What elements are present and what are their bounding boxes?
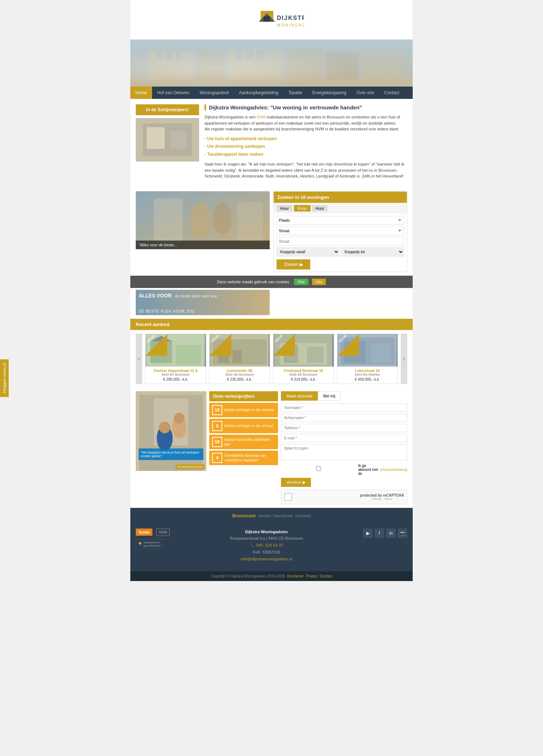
disclaimer-link[interactable]: Disclaimer: [287, 574, 304, 578]
property-card-4[interactable]: NIEUW Lokerstraat 16 6413 EN Heerlen € 4…: [337, 334, 398, 384]
plaats-select[interactable]: Plaats: [277, 216, 404, 225]
properties-row: ‹ NIEUW Pastoor Hagenstraat 12 A 6442 BV…: [130, 330, 413, 388]
prop-info-1: Pastoor Hagenstraat 12 A 6442 BV Brunssu…: [146, 367, 206, 384]
verstuur-button[interactable]: Verstuur ▶: [281, 478, 311, 487]
main-content: In de Schijnwerpers! Dijkstra Woningadvi…: [130, 99, 413, 188]
straat-select[interactable]: Straat: [277, 226, 404, 235]
nvm-badge: NVM: [156, 529, 170, 536]
prop-image-2: NIEUW: [210, 334, 270, 367]
bottom-section: "We begrijpen dat je je huis wil verkope…: [130, 388, 413, 508]
footer: funda NVM 🏆 vastgoedcertgecertificeerd D…: [130, 523, 413, 571]
svg-point-28: [214, 202, 232, 235]
koopprijs-van-select[interactable]: Koopprijs vanaf: [277, 247, 340, 256]
city-schinveld-link[interactable]: Schinveld: [295, 514, 311, 518]
search-arrow-icon: ▶: [300, 262, 303, 267]
footer-left: funda NVM 🏆 vastgoedcertgecertificeerd: [136, 529, 170, 549]
telefoon-input[interactable]: [281, 424, 407, 432]
footer-phone-link[interactable]: 045- 528 54 33: [256, 543, 283, 547]
nieuw-badge-2: NIEUW: [210, 334, 231, 356]
nvm-link[interactable]: NVM: [257, 115, 265, 119]
funda-badge: funda: [136, 529, 152, 536]
svg-rect-6: [148, 47, 192, 79]
achternaam-input[interactable]: [281, 414, 407, 422]
prop-price-1: € 295.000,- k.k.: [148, 377, 204, 381]
city-brunssum[interactable]: Brunssum: [232, 513, 256, 518]
footer-linkedin-icon[interactable]: in: [386, 529, 396, 538]
email-input[interactable]: [281, 434, 407, 442]
nav-over-ons[interactable]: Over ons: [352, 87, 379, 99]
svg-rect-7: [152, 43, 188, 50]
phone-icon: 📞: [250, 543, 255, 547]
main-title: Dijkstra Woningadvies: "Uw woning in ver…: [205, 104, 407, 110]
nav-taxatie[interactable]: Taxatie: [283, 87, 307, 99]
second-banner-image: ALLES VOOR de beste plek voor jou DE BES…: [136, 290, 270, 315]
logo-svg: DIJKSTRA WONINGADVIES: [239, 9, 304, 34]
privacy-footer-link[interactable]: Privacy: [306, 574, 318, 578]
nieuw-text-2: NIEUW: [210, 334, 219, 343]
right-column: Dijkstra Woningadvies: "Uw woning in ver…: [199, 104, 407, 182]
agent-badge: De beste plek voor jou: [176, 464, 205, 469]
svg-rect-11: [326, 52, 358, 79]
contact-footer-link[interactable]: Contact: [320, 574, 332, 578]
footer-youtube-icon[interactable]: ▶: [363, 529, 372, 538]
contact-tabs: Maak afspraak Bel mij: [281, 391, 407, 401]
beste-plek-text: DE BESTE PLEK VOOR JOU: [139, 309, 195, 313]
footer-facebook-icon[interactable]: f: [375, 529, 384, 538]
nav-woningaanbod[interactable]: Woningaanbod: [194, 87, 234, 99]
svg-rect-5: [130, 39, 413, 87]
nav-contact[interactable]: Contact: [379, 87, 404, 99]
agent-image: "We begrijpen dat je je huis wil verkope…: [136, 391, 206, 471]
nieuw-badge-3: NIEUW: [273, 334, 295, 356]
cookie-banner: Deze website maakt gebruik van cookies. …: [130, 276, 413, 288]
footer-company: Dijkstra Woningadvies: [230, 529, 303, 535]
prop-price-2: € 235.000,- k.k.: [212, 377, 268, 381]
nieuw-text-1: NIEUW: [147, 334, 156, 343]
sidebar-login[interactable]: Inloggen move.nl: [0, 359, 9, 397]
nav-home[interactable]: Home: [130, 87, 152, 99]
footer-email-link[interactable]: info@dijkstrawoningadvies.nl: [241, 557, 292, 561]
voornaam-input[interactable]: [281, 404, 407, 412]
cookie-info-button[interactable]: Info: [312, 279, 326, 285]
city-heerlen-link[interactable]: Heerlen: [258, 514, 271, 518]
nav-hof[interactable]: Hof van Oeloven: [152, 87, 194, 99]
alles-voor-text: ALLES VOOR de beste plek voor jou: [139, 293, 217, 298]
svg-rect-17: [246, 50, 253, 59]
search-form: Plaats Straat Koopprijs vanaf Koopprijs …: [274, 214, 407, 272]
search-button[interactable]: Zoeken ▶: [277, 259, 310, 270]
svg-point-53: [174, 413, 185, 424]
contact-tab-afspraak[interactable]: Maak afspraak: [281, 391, 318, 401]
verkoop-label-4: Gemiddelde doorloop van verkocht in maan…: [224, 453, 275, 463]
property-card-1[interactable]: NIEUW Pastoor Hagenstraat 12 A 6442 BV B…: [145, 334, 206, 384]
svg-rect-18: [257, 50, 264, 59]
property-card-2[interactable]: NIEUW Lemmender 86 6441 HN Brunssum € 23…: [209, 334, 270, 384]
koopprijs-tot-select[interactable]: Koopprijs tot: [341, 247, 404, 256]
verkoop-section: Onze verkoopcijfers 10 Aantal woningen i…: [209, 391, 278, 504]
price-row: Koopprijs vanaf Koopprijs tot: [277, 247, 404, 256]
recaptcha-box: protected by reCAPTCHA Privacy - Terms: [281, 490, 407, 504]
contact-tab-bel[interactable]: Bel mij: [318, 391, 341, 401]
svg-text:WONINGADVIES: WONINGADVIES: [277, 23, 304, 27]
cookie-ok-button[interactable]: Oké: [294, 279, 308, 285]
property-card-3[interactable]: NIEUW Ferdinand Bolstraat 16 6445 EE Bru…: [273, 334, 334, 384]
beste-plek-inline: de beste plek voor jou: [175, 294, 217, 298]
alles-voor-label: ALLES VOOR: [139, 293, 172, 298]
opmerkingen-textarea[interactable]: [281, 444, 407, 460]
city-hoensbroek-link[interactable]: Hoensbroek: [273, 514, 293, 518]
straat-input[interactable]: [277, 237, 404, 246]
search-tab-koop[interactable]: Koop: [294, 205, 311, 212]
logo-area: DIJKSTRA WONINGADVIES: [130, 5, 413, 39]
nav-energiebesparing[interactable]: Energiebesparing: [307, 87, 352, 99]
next-button[interactable]: ›: [401, 334, 407, 384]
verkoop-item-3: 59 Aantal transacties afgelopen jaar: [209, 435, 278, 449]
privacy-link[interactable]: privacyverklaring: [380, 468, 407, 472]
footer-icons: ▶ f in 📷: [363, 529, 407, 538]
privacy-checkbox[interactable]: [281, 466, 356, 471]
prop-image-3: NIEUW: [273, 334, 334, 367]
search-tab-huur2[interactable]: Huur: [312, 205, 328, 212]
search-tab-huur1[interactable]: Huur: [277, 205, 292, 212]
prop-image-1: NIEUW: [146, 334, 206, 367]
footer-instagram-icon[interactable]: 📷: [398, 529, 407, 538]
nav-aankoopbegeleiding[interactable]: Aankoopbegeleiding: [234, 87, 283, 99]
spotlight-label: In de Schijnwerpers!: [146, 107, 189, 112]
prev-button[interactable]: ‹: [136, 334, 142, 384]
